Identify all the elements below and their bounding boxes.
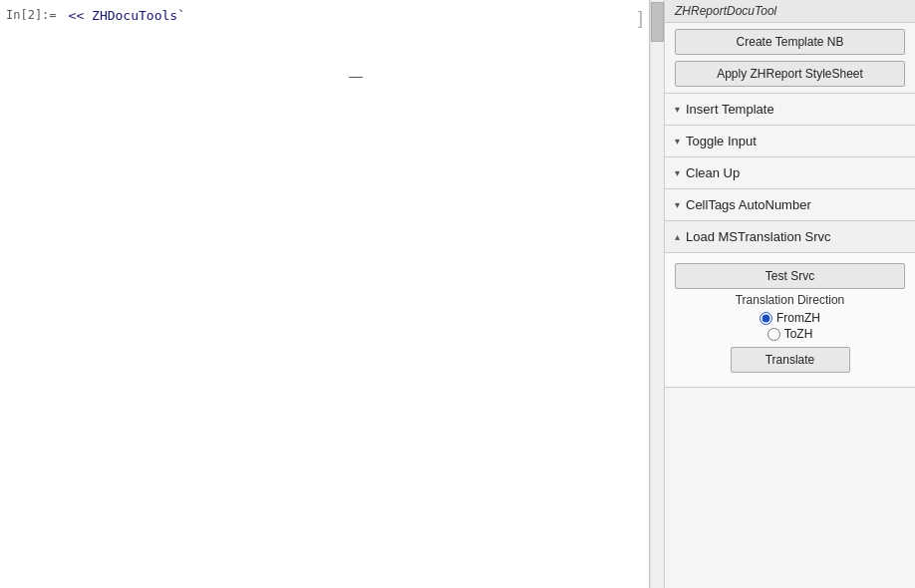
clean-up-header[interactable]: ▾ Clean Up [665, 157, 915, 189]
apply-stylesheet-button[interactable]: Apply ZHReport StyleSheet [675, 61, 905, 87]
notebook-area: In[2]:= << ZHDocuTools` ] — [0, 0, 650, 588]
scrollbar-thumb[interactable] [651, 2, 664, 42]
to-zh-radio-text: ToZH [784, 327, 813, 341]
translation-section-body: Test Srvc Translation Direction FromZH T… [665, 253, 915, 388]
cell-bracket: ] [638, 8, 643, 29]
cell-row: In[2]:= << ZHDocuTools` ] [0, 0, 649, 31]
translation-radio-group: FromZH ToZH [675, 311, 905, 341]
notebook-scrollbar[interactable] [650, 0, 664, 588]
toggle-input-label: Toggle Input [686, 134, 757, 148]
toggle-input-header[interactable]: ▾ Toggle Input [665, 126, 915, 157]
clean-up-chevron: ▾ [675, 167, 680, 178]
create-template-nb-button[interactable]: Create Template NB [675, 29, 905, 55]
cell-content[interactable]: << ZHDocuTools` [63, 4, 649, 27]
translation-direction-label: Translation Direction [675, 293, 905, 307]
translate-button[interactable]: Translate [731, 347, 850, 373]
load-mstranslation-chevron: ▴ [675, 231, 680, 242]
celltags-header[interactable]: ▾ CellTags AutoNumber [665, 189, 915, 221]
celltags-chevron: ▾ [675, 199, 680, 210]
clean-up-label: Clean Up [686, 165, 740, 180]
translate-btn-row: Translate [675, 347, 905, 377]
toggle-input-chevron: ▾ [675, 136, 680, 147]
to-zh-radio-label[interactable]: ToZH [767, 327, 813, 341]
test-srvc-button[interactable]: Test Srvc [675, 263, 905, 289]
insert-template-chevron: ▾ [675, 104, 680, 115]
sidebar: ZHReportDocuTool Create Template NB Appl… [664, 0, 915, 588]
insert-template-header[interactable]: ▾ Insert Template [665, 94, 915, 126]
insert-template-label: Insert Template [686, 102, 774, 117]
load-mstranslation-header[interactable]: ▴ Load MSTranslation Srvc [665, 221, 915, 253]
cursor-indicator: — [349, 68, 363, 84]
from-zh-radio-label[interactable]: FromZH [760, 311, 820, 325]
from-zh-radio[interactable] [760, 312, 772, 325]
celltags-label: CellTags AutoNumber [686, 197, 811, 212]
sidebar-top-buttons: Create Template NB Apply ZHReport StyleS… [665, 23, 915, 94]
cell-label: In[2]:= [0, 4, 63, 26]
to-zh-radio[interactable] [767, 328, 780, 341]
from-zh-radio-text: FromZH [776, 311, 820, 325]
load-mstranslation-label: Load MSTranslation Srvc [686, 229, 830, 244]
sidebar-title: ZHReportDocuTool [665, 0, 915, 23]
